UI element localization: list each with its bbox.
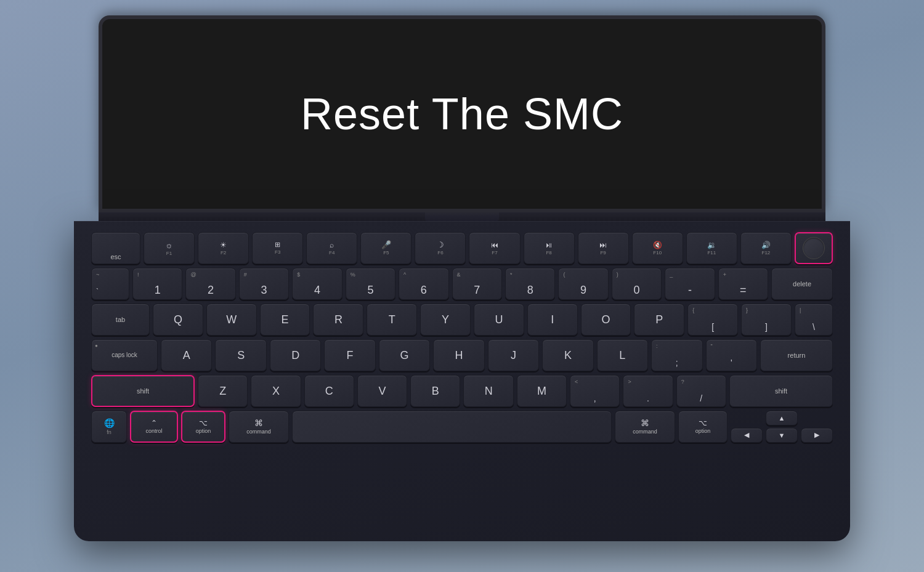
key-z[interactable]: Z — [198, 375, 248, 407]
power-button-circle — [803, 237, 825, 259]
caps-key-row: ● caps lock A S D F G H J K L : ; " ' — [91, 339, 833, 371]
key-command-left[interactable]: ⌘ command — [229, 411, 289, 443]
key-b[interactable]: B — [410, 375, 460, 407]
key-v[interactable]: V — [357, 375, 407, 407]
key-right-bracket[interactable]: } ] — [741, 304, 792, 336]
key-comma[interactable]: < , — [570, 375, 620, 407]
hinge-center — [425, 212, 499, 221]
key-e[interactable]: E — [260, 304, 310, 336]
key-arrow-up[interactable]: ▲ — [766, 411, 798, 425]
key-p[interactable]: P — [634, 304, 684, 336]
key-f5[interactable]: 🎤 F5 — [360, 232, 411, 264]
key-n[interactable]: N — [463, 375, 513, 407]
key-f11[interactable]: 🔉 F11 — [686, 232, 737, 264]
key-3[interactable]: # 3 — [239, 268, 289, 300]
key-space[interactable] — [292, 411, 612, 443]
key-j[interactable]: J — [488, 339, 539, 371]
key-option-left[interactable]: ⌥ option — [181, 411, 225, 443]
key-delete[interactable]: delete — [771, 268, 833, 300]
key-equals[interactable]: + = — [718, 268, 768, 300]
laptop-body: esc ☼ F1 ☀ F2 ⊞ F3 ⌕ F4 — [74, 221, 850, 541]
key-minus[interactable]: _ - — [665, 268, 715, 300]
tab-key-row: tab Q W E R T Y U I O P { [ } ] — [91, 304, 833, 336]
key-f1[interactable]: ☼ F1 — [144, 232, 195, 264]
key-power[interactable] — [795, 232, 833, 264]
shift-key-row: shift Z X C V B N M < , > . ? — [91, 375, 833, 407]
key-5[interactable]: % 5 — [346, 268, 395, 300]
laptop-screen: Reset The SMC — [99, 15, 825, 212]
key-o[interactable]: O — [581, 304, 631, 336]
laptop-container: Reset The SMC esc ☼ F1 ☀ F2 ⊞ — [74, 15, 850, 557]
key-caps-lock[interactable]: ● caps lock — [91, 339, 158, 371]
key-8[interactable]: * 8 — [505, 268, 555, 300]
key-f[interactable]: F — [324, 339, 375, 371]
key-d[interactable]: D — [270, 339, 321, 371]
key-shift-right[interactable]: shift — [729, 375, 833, 407]
key-quote[interactable]: " ' — [706, 339, 757, 371]
key-i[interactable]: I — [527, 304, 578, 336]
key-esc[interactable]: esc — [91, 232, 140, 264]
bottom-key-row: 🌐 fn ⌃ control ⌥ option ⌘ command ⌘ — [91, 411, 833, 443]
key-arrow-down[interactable]: ▼ — [766, 428, 798, 443]
key-f9[interactable]: ⏭ F9 — [578, 232, 629, 264]
function-key-row: esc ☼ F1 ☀ F2 ⊞ F3 ⌕ F4 — [91, 232, 833, 264]
key-f12[interactable]: 🔊 F12 — [740, 232, 792, 264]
key-0[interactable]: ) 0 — [612, 268, 662, 300]
arrow-keys-group: ▲ ◀ ▼ ▶ — [731, 411, 833, 443]
key-1[interactable]: ! 1 — [132, 268, 182, 300]
key-x[interactable]: X — [251, 375, 301, 407]
key-s[interactable]: S — [215, 339, 266, 371]
number-key-row: ~ ` ! 1 @ 2 # 3 $ 4 — [91, 268, 833, 300]
key-f7[interactable]: ⏮ F7 — [469, 232, 520, 264]
key-f6[interactable]: ☽ F6 — [415, 232, 466, 264]
key-period[interactable]: > . — [623, 375, 673, 407]
key-return[interactable]: return — [760, 339, 833, 371]
key-q[interactable]: Q — [153, 304, 203, 336]
key-option-right[interactable]: ⌥ option — [678, 411, 727, 443]
key-6[interactable]: ^ 6 — [399, 268, 448, 300]
key-9[interactable]: ( 9 — [558, 268, 608, 300]
key-backslash[interactable]: | \ — [795, 304, 833, 336]
screen-title: Reset The SMC — [301, 89, 623, 139]
key-f10[interactable]: 🔇 F10 — [632, 232, 683, 264]
key-u[interactable]: U — [474, 304, 524, 336]
key-command-right[interactable]: ⌘ command — [615, 411, 675, 443]
key-l[interactable]: L — [597, 339, 648, 371]
key-shift-left[interactable]: shift — [91, 375, 195, 407]
key-7[interactable]: & 7 — [452, 268, 502, 300]
key-left-bracket[interactable]: { [ — [687, 304, 738, 336]
key-slash[interactable]: ? / — [676, 375, 726, 407]
key-arrow-left[interactable]: ◀ — [731, 428, 763, 443]
key-f2[interactable]: ☀ F2 — [198, 232, 249, 264]
laptop-hinge — [99, 212, 825, 221]
key-2[interactable]: @ 2 — [185, 268, 235, 300]
key-arrow-right[interactable]: ▶ — [801, 428, 833, 443]
key-4[interactable]: $ 4 — [292, 268, 342, 300]
key-g[interactable]: G — [379, 339, 430, 371]
key-y[interactable]: Y — [420, 304, 471, 336]
key-f8[interactable]: ⏯ F8 — [524, 232, 575, 264]
key-r[interactable]: R — [313, 304, 363, 336]
key-f3[interactable]: ⊞ F3 — [252, 232, 303, 264]
key-t[interactable]: T — [367, 304, 417, 336]
key-control[interactable]: ⌃ control — [130, 411, 178, 443]
key-backtick[interactable]: ~ ` — [91, 268, 129, 300]
key-semicolon[interactable]: : ; — [651, 339, 702, 371]
key-w[interactable]: W — [206, 304, 257, 336]
key-f4[interactable]: ⌕ F4 — [306, 232, 357, 264]
key-k[interactable]: K — [542, 339, 593, 371]
keyboard-area: esc ☼ F1 ☀ F2 ⊞ F3 ⌕ F4 — [91, 232, 833, 526]
key-tab[interactable]: tab — [91, 304, 150, 336]
key-m[interactable]: M — [517, 375, 567, 407]
key-a[interactable]: A — [161, 339, 212, 371]
key-fn[interactable]: 🌐 fn — [91, 411, 127, 443]
key-c[interactable]: C — [304, 375, 354, 407]
key-h[interactable]: H — [433, 339, 484, 371]
